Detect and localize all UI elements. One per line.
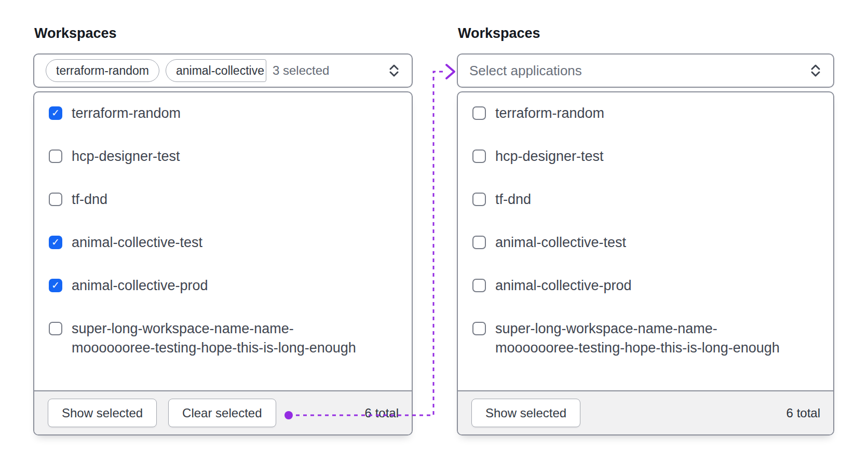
option-checkbox[interactable]: ✓ bbox=[49, 279, 62, 292]
option-label: terraform-random bbox=[72, 104, 181, 123]
checkmark-icon: ✓ bbox=[51, 280, 60, 290]
option-row[interactable]: ✓ terraform-random bbox=[472, 104, 819, 123]
option-row[interactable]: ✓ tf-dnd bbox=[472, 190, 819, 209]
option-row[interactable]: ✓ super-long-workspace-name-name-moooooo… bbox=[472, 319, 819, 358]
option-checkbox[interactable]: ✓ bbox=[472, 106, 486, 120]
selected-tag: terraform-random bbox=[46, 59, 159, 82]
trigger-placeholder: Select applications bbox=[469, 63, 582, 79]
field-label: Workspaces bbox=[34, 25, 117, 42]
option-label: animal-collective-test bbox=[495, 233, 626, 252]
options-list: ✓ terraform-random ✓ hcp-designer-test ✓… bbox=[458, 92, 833, 358]
option-label: animal-collective-prod bbox=[72, 276, 208, 295]
option-row[interactable]: ✓ hcp-designer-test bbox=[49, 147, 397, 166]
option-checkbox[interactable]: ✓ bbox=[472, 279, 486, 292]
option-label: tf-dnd bbox=[495, 190, 531, 209]
multiselect-trigger[interactable]: Select applications bbox=[457, 53, 834, 88]
selected-tag-truncated: animal-collective bbox=[166, 59, 266, 82]
chevron-updown-icon bbox=[808, 63, 823, 78]
show-selected-button[interactable]: Show selected bbox=[471, 399, 580, 427]
workspaces-multiselect-right: Workspaces Select applications ✓ terrafo… bbox=[457, 0, 834, 463]
option-label: terraform-random bbox=[495, 104, 604, 123]
checkmark-icon: ✓ bbox=[51, 237, 60, 247]
options-listbox: ✓ terraform-random ✓ hcp-designer-test ✓… bbox=[457, 91, 834, 435]
option-row[interactable]: ✓ super-long-workspace-name-name-moooooo… bbox=[49, 319, 397, 358]
option-label: tf-dnd bbox=[72, 190, 107, 209]
option-row[interactable]: ✓ animal-collective-prod bbox=[49, 276, 397, 295]
clear-selected-button[interactable]: Clear selected bbox=[168, 399, 276, 427]
option-row[interactable]: ✓ tf-dnd bbox=[49, 190, 397, 209]
listbox-footer: Show selected Clear selected 6 total bbox=[34, 390, 412, 434]
options-list: ✓ terraform-random ✓ hcp-designer-test ✓… bbox=[34, 92, 412, 358]
workspaces-multiselect-left: Workspaces terraform-random animal-colle… bbox=[33, 0, 413, 463]
option-label: super-long-workspace-name-name-moooooore… bbox=[495, 319, 795, 358]
arrowhead-icon bbox=[446, 65, 454, 78]
option-checkbox[interactable]: ✓ bbox=[472, 149, 486, 163]
total-count: 6 total bbox=[786, 406, 820, 420]
multiselect-trigger[interactable]: terraform-random animal-collective 3 sel… bbox=[33, 53, 413, 88]
option-label: animal-collective-test bbox=[72, 233, 202, 252]
option-row[interactable]: ✓ hcp-designer-test bbox=[472, 147, 819, 166]
option-checkbox[interactable]: ✓ bbox=[472, 193, 486, 206]
option-checkbox[interactable]: ✓ bbox=[49, 106, 62, 120]
option-checkbox[interactable]: ✓ bbox=[472, 236, 486, 249]
option-checkbox[interactable]: ✓ bbox=[49, 149, 62, 163]
total-count: 6 total bbox=[365, 406, 399, 420]
option-row[interactable]: ✓ animal-collective-prod bbox=[472, 276, 819, 295]
checkmark-icon: ✓ bbox=[51, 108, 60, 118]
option-label: super-long-workspace-name-name-moooooore… bbox=[72, 319, 372, 358]
option-checkbox[interactable]: ✓ bbox=[49, 322, 62, 335]
option-row[interactable]: ✓ animal-collective-test bbox=[472, 233, 819, 252]
selected-count: 3 selected bbox=[273, 63, 329, 78]
option-label: hcp-designer-test bbox=[72, 147, 180, 166]
show-selected-button[interactable]: Show selected bbox=[48, 399, 157, 427]
options-listbox: ✓ terraform-random ✓ hcp-designer-test ✓… bbox=[33, 91, 413, 435]
option-checkbox[interactable]: ✓ bbox=[49, 236, 62, 249]
option-row[interactable]: ✓ terraform-random bbox=[49, 104, 397, 123]
option-row[interactable]: ✓ animal-collective-test bbox=[49, 233, 397, 252]
field-label: Workspaces bbox=[458, 25, 540, 42]
option-checkbox[interactable]: ✓ bbox=[49, 193, 62, 206]
option-label: hcp-designer-test bbox=[495, 147, 604, 166]
chevron-updown-icon bbox=[387, 63, 401, 78]
option-checkbox[interactable]: ✓ bbox=[472, 322, 486, 335]
listbox-footer: Show selected 6 total bbox=[458, 390, 833, 434]
option-label: animal-collective-prod bbox=[495, 276, 632, 295]
